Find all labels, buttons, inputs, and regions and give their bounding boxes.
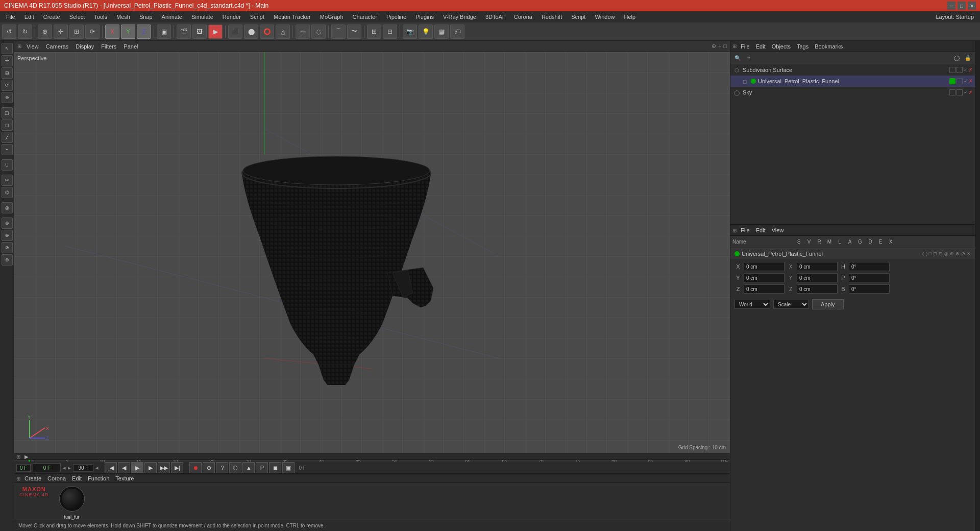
floor-button[interactable]: ▭: [296, 25, 310, 39]
menu-vray[interactable]: V-Ray Bridge: [439, 13, 480, 21]
y-axis-button[interactable]: Y: [121, 25, 135, 39]
interactive-render-button[interactable]: 🖼: [192, 25, 207, 39]
h-input[interactable]: [849, 262, 890, 271]
menu-script2[interactable]: Script: [567, 13, 590, 21]
scale-dropdown[interactable]: Scale: [773, 300, 809, 309]
live-select-tool[interactable]: ⊕: [2, 92, 13, 103]
vp-icon-maximize[interactable]: □: [723, 43, 727, 50]
move-button[interactable]: ✛: [54, 25, 68, 39]
attr-ctrl-2[interactable]: □: [929, 251, 932, 256]
tag-button[interactable]: 🏷: [450, 25, 464, 39]
menu-script[interactable]: Script: [246, 13, 268, 21]
light-button[interactable]: 💡: [419, 25, 433, 39]
to-start-button[interactable]: |◀: [105, 462, 117, 473]
obj-lock-icon[interactable]: 🔒: [963, 54, 973, 63]
mat-menu-edit[interactable]: Edit: [70, 474, 84, 482]
right-scrollbar[interactable]: [975, 41, 980, 531]
stop-button[interactable]: ▶: [131, 462, 143, 473]
menu-mesh[interactable]: Mesh: [112, 13, 134, 21]
rotate-button[interactable]: ⟳: [85, 25, 100, 39]
obj-vis-sky[interactable]: [949, 89, 955, 95]
x-axis-button[interactable]: X: [105, 25, 119, 39]
attr-menu-edit[interactable]: Edit: [754, 226, 768, 234]
mat-menu-function[interactable]: Function: [86, 474, 111, 482]
vp-menu-filters[interactable]: Filters: [99, 42, 118, 51]
menu-corona[interactable]: Corona: [510, 13, 536, 21]
attr-selected-row[interactable]: Universal_Petrol_Plastic_Funnel ◯ □ ⊡ ⊟ …: [730, 248, 975, 259]
attr-ctrl-9[interactable]: ✕: [967, 251, 971, 256]
obj-row-subdivision[interactable]: ⬡ Subdivision Surface ✓ ✗: [730, 64, 975, 76]
auto-key-button[interactable]: P: [256, 462, 268, 473]
camera-button[interactable]: 📷: [403, 25, 417, 39]
attr-ctrl-7[interactable]: ⊗: [955, 251, 960, 256]
minimize-button[interactable]: ─: [947, 2, 955, 10]
redo-button[interactable]: ↻: [18, 25, 32, 39]
bezier-button[interactable]: 〜: [347, 25, 361, 39]
to-end-button[interactable]: ▶|: [171, 462, 183, 473]
model-mode-tool[interactable]: ◫: [2, 107, 13, 118]
obj-eye-icon[interactable]: ◯: [951, 54, 962, 63]
play-forward-button[interactable]: ▶: [144, 462, 157, 473]
obj-filter-icon[interactable]: ≡: [744, 54, 754, 63]
menu-render[interactable]: Render: [218, 13, 245, 21]
z-rot-input[interactable]: [797, 284, 838, 294]
cylinder-button[interactable]: ⭕: [260, 25, 274, 39]
obj-render-green[interactable]: [957, 67, 963, 73]
mat-menu-create[interactable]: Create: [22, 474, 43, 482]
texture-paint-tool[interactable]: ⊕: [2, 230, 13, 241]
menu-plugins[interactable]: Plugins: [411, 13, 438, 21]
z-axis-button[interactable]: Z: [137, 25, 151, 39]
menu-pipeline[interactable]: Pipeline: [382, 13, 410, 21]
polygon-paint-tool[interactable]: ⊘: [2, 242, 13, 253]
y-pos-input[interactable]: [744, 273, 785, 282]
menu-snap[interactable]: Snap: [135, 13, 157, 21]
fast-forward-button[interactable]: ▶▶: [158, 462, 170, 473]
attr-menu-view[interactable]: View: [770, 226, 786, 234]
menu-3dtoall[interactable]: 3DToAll: [481, 13, 509, 21]
record-options-button[interactable]: ⊕: [203, 462, 215, 473]
frame-input[interactable]: [33, 463, 61, 472]
obj-menu-edit[interactable]: Edit: [754, 42, 768, 51]
help-button[interactable]: ?: [216, 462, 228, 473]
keyframe-button[interactable]: ⬡: [229, 462, 241, 473]
menu-edit[interactable]: Edit: [20, 13, 38, 21]
menu-window[interactable]: Window: [591, 13, 619, 21]
edge-mode-tool[interactable]: ╱: [2, 132, 13, 143]
obj-row-sky[interactable]: ◯ Sky ✓ ✗: [730, 87, 975, 98]
menu-file[interactable]: File: [2, 13, 19, 21]
mix-tool[interactable]: ⊛: [2, 254, 13, 266]
x-pos-input[interactable]: [744, 262, 785, 271]
menu-select[interactable]: Select: [65, 13, 89, 21]
array-button[interactable]: ⊞: [367, 25, 381, 39]
timeline-ruler[interactable]: 0 5 10 15 20 25 30 35 40 45 50 55 60 65: [14, 460, 730, 462]
p-input[interactable]: [849, 273, 890, 282]
vp-menu-display[interactable]: Display: [74, 42, 96, 51]
material-swatch[interactable]: [59, 486, 85, 512]
menu-help[interactable]: Help: [620, 13, 640, 21]
bridge-tool[interactable]: ⌬: [2, 187, 13, 198]
obj-row-funnel[interactable]: ◻ Universal_Petrol_Plastic_Funnel ✓ ✗: [730, 76, 975, 87]
sculpt-tool[interactable]: ◎: [2, 202, 13, 213]
attr-ctrl-5[interactable]: ◎: [944, 251, 948, 256]
boole-button[interactable]: ⊟: [383, 25, 397, 39]
menu-create[interactable]: Create: [39, 13, 64, 21]
menu-simulate[interactable]: Simulate: [187, 13, 217, 21]
preview-button[interactable]: ▣: [282, 462, 295, 473]
obj-render-funnel[interactable]: [957, 78, 963, 84]
vp-icon-lock[interactable]: ⊕: [712, 43, 716, 50]
play-back-button[interactable]: ◀: [118, 462, 130, 473]
render-button[interactable]: ▶: [208, 25, 223, 39]
move-tool[interactable]: ✛: [2, 55, 13, 66]
z-pos-input[interactable]: [744, 284, 785, 294]
attr-menu-file[interactable]: File: [739, 226, 752, 234]
b-input[interactable]: [849, 284, 890, 294]
close-button[interactable]: ✕: [968, 2, 976, 10]
obj-menu-file[interactable]: File: [739, 42, 752, 51]
vp-menu-panel[interactable]: Panel: [121, 42, 140, 51]
obj-vis-green[interactable]: [949, 67, 955, 73]
paint-tool[interactable]: ⊗: [2, 218, 13, 229]
live-select-button[interactable]: ⊕: [38, 25, 52, 39]
sky-button[interactable]: ◌: [311, 25, 326, 39]
uv-tool[interactable]: U: [2, 159, 13, 171]
cursor-tool[interactable]: ↖: [2, 43, 13, 54]
